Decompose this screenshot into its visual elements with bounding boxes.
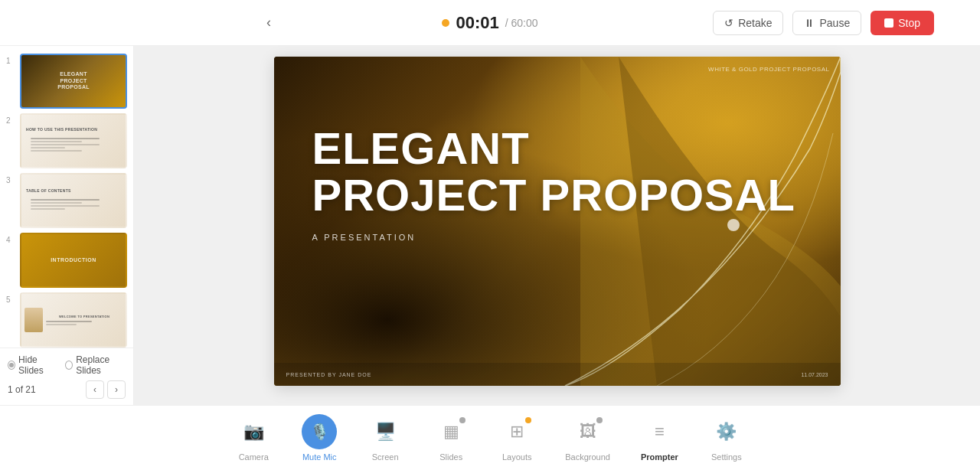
toolbar-screen[interactable]: 🖥️ Screen bbox=[368, 414, 403, 462]
next-slide-button[interactable]: › bbox=[107, 380, 126, 399]
prompter-label: Prompter bbox=[641, 452, 678, 462]
replace-slides-option[interactable]: Replace Slides bbox=[65, 354, 126, 376]
settings-icon: ⚙️ bbox=[716, 422, 737, 442]
slide-top-label: WHITE & GOLD PROJECT PROPOSAL bbox=[708, 66, 829, 73]
retake-button[interactable]: ↺ Retake bbox=[713, 11, 783, 35]
screen-icon: 🖥️ bbox=[375, 422, 396, 442]
slide-thumb-1[interactable]: ELEGANTPROJECTPROPOSAL bbox=[20, 54, 127, 109]
slide-display: WHITE & GOLD PROJECT PROPOSAL ELEGANT PR… bbox=[274, 57, 841, 386]
slide-item-5[interactable]: 5 WELCOME TO PRESENTATION bbox=[6, 292, 127, 348]
slide-number-2: 2 bbox=[6, 116, 15, 125]
slide-item-3[interactable]: 3 TABLE OF CONTENTS bbox=[6, 173, 127, 228]
slide-item-4[interactable]: 4 INTRODUCTION bbox=[6, 233, 127, 288]
timer-display: 00:01 bbox=[456, 13, 498, 33]
stop-icon bbox=[884, 18, 893, 28]
layouts-label: Layouts bbox=[502, 452, 532, 462]
screen-label: Screen bbox=[372, 452, 399, 462]
top-bar: ‹ 00:01 / 60:00 ↺ Retake ⏸ Pause Stop bbox=[0, 0, 980, 46]
slides-badge bbox=[459, 417, 466, 423]
background-label: Background bbox=[565, 452, 610, 462]
slide-thumb-5[interactable]: WELCOME TO PRESENTATION bbox=[20, 292, 127, 348]
center-area: WHITE & GOLD PROJECT PROPOSAL ELEGANT PR… bbox=[134, 46, 980, 405]
background-badge bbox=[596, 417, 603, 423]
hide-slides-label: Hide Slides bbox=[18, 354, 56, 376]
toolbar-settings[interactable]: ⚙️ Settings bbox=[709, 414, 744, 462]
slides-icon: ▦ bbox=[443, 422, 459, 442]
slide-item-2[interactable]: 2 HOW TO USE THIS PRESENTATION bbox=[6, 113, 127, 168]
layouts-icon: ⊞ bbox=[510, 422, 524, 442]
slide-number-4: 4 bbox=[6, 236, 15, 244]
settings-label: Settings bbox=[711, 452, 742, 462]
bottom-toolbar: 📷 Camera 🎙️ Mute Mic 🖥️ Screen ▦ Slides … bbox=[0, 405, 980, 470]
slide-item-1[interactable]: 1 ELEGANTPROJECTPROPOSAL bbox=[6, 54, 127, 109]
slide-number-1: 1 bbox=[6, 57, 15, 65]
mute-mic-label: Mute Mic bbox=[302, 452, 337, 462]
pause-icon: ⏸ bbox=[804, 17, 815, 29]
slide-number-3: 3 bbox=[6, 176, 15, 184]
slides-icon-wrap: ▦ bbox=[433, 414, 469, 449]
retake-icon: ↺ bbox=[724, 17, 733, 29]
mute-mic-icon-wrap: 🎙️ bbox=[302, 414, 337, 449]
background-icon: 🖼 bbox=[580, 422, 596, 442]
page-info: 1 of 21 bbox=[8, 384, 36, 395]
prompter-icon-wrap: ≡ bbox=[642, 414, 677, 449]
timer-dot bbox=[442, 19, 449, 27]
sidebar-footer: Hide Slides Replace Slides 1 of 21 ‹ › bbox=[0, 348, 133, 405]
layouts-badge bbox=[525, 417, 531, 423]
back-button[interactable]: ‹ bbox=[260, 8, 277, 37]
slides-label: Slides bbox=[439, 452, 462, 462]
toolbar-layouts[interactable]: ⊞ Layouts bbox=[499, 414, 534, 462]
slide-5-photo bbox=[24, 308, 43, 332]
slide-title-line2: PROJECT PROPOSAL bbox=[312, 172, 796, 219]
slide-title-block: ELEGANT PROJECT PROPOSAL A PRESENTATION bbox=[312, 126, 796, 242]
sidebar: 1 ELEGANTPROJECTPROPOSAL 2 HOW TO USE TH… bbox=[0, 46, 134, 405]
slide-title-line1: ELEGANT bbox=[312, 126, 796, 172]
hide-slides-option[interactable]: Hide Slides bbox=[8, 354, 56, 376]
mute-mic-icon: 🎙️ bbox=[310, 423, 329, 441]
slide-number-5: 5 bbox=[6, 295, 15, 304]
sidebar-options-row: Hide Slides Replace Slides bbox=[8, 354, 126, 376]
hide-slides-radio[interactable] bbox=[8, 361, 15, 370]
stop-button[interactable]: Stop bbox=[871, 11, 934, 35]
toolbar-prompter[interactable]: ≡ Prompter bbox=[641, 414, 678, 462]
slide-1-title: ELEGANTPROJECTPROPOSAL bbox=[57, 71, 90, 90]
background-icon-wrap: 🖼 bbox=[570, 414, 606, 449]
slide-subtitle: A PRESENTATION bbox=[312, 233, 796, 242]
replace-slides-radio[interactable] bbox=[65, 361, 73, 370]
toolbar-mute-mic[interactable]: 🎙️ Mute Mic bbox=[302, 414, 337, 462]
camera-icon-wrap: 📷 bbox=[236, 414, 271, 449]
slide-main-content: WHITE & GOLD PROJECT PROPOSAL ELEGANT PR… bbox=[274, 57, 841, 386]
toolbar-slides[interactable]: ▦ Slides bbox=[433, 414, 469, 462]
nav-buttons: ‹ › bbox=[86, 380, 126, 399]
pause-button[interactable]: ⏸ Pause bbox=[792, 11, 861, 35]
toolbar-background[interactable]: 🖼 Background bbox=[565, 414, 610, 462]
screen-icon-wrap: 🖥️ bbox=[368, 414, 403, 449]
slide-thumb-4[interactable]: INTRODUCTION bbox=[20, 233, 127, 288]
camera-icon: 📷 bbox=[243, 422, 264, 442]
slide-4-title: INTRODUCTION bbox=[51, 256, 96, 263]
slide-list: 1 ELEGANTPROJECTPROPOSAL 2 HOW TO USE TH… bbox=[0, 46, 133, 348]
replace-slides-label: Replace Slides bbox=[76, 354, 126, 376]
toolbar-camera[interactable]: 📷 Camera bbox=[236, 414, 271, 462]
timer-total: / 60:00 bbox=[505, 17, 538, 29]
prompter-icon: ≡ bbox=[655, 422, 665, 442]
slide-presenter: PRESENTED BY JANE DOE bbox=[286, 372, 372, 377]
sidebar-page-nav: 1 of 21 ‹ › bbox=[8, 380, 126, 399]
top-bar-actions: ↺ Retake ⏸ Pause Stop bbox=[713, 11, 934, 35]
timer-section: 00:01 / 60:00 bbox=[442, 13, 537, 33]
settings-icon-wrap: ⚙️ bbox=[709, 414, 744, 449]
layouts-icon-wrap: ⊞ bbox=[499, 414, 534, 449]
prev-slide-button[interactable]: ‹ bbox=[86, 380, 104, 399]
slide-date: 11.07.2023 bbox=[801, 372, 828, 377]
slide-thumb-3[interactable]: TABLE OF CONTENTS bbox=[20, 173, 127, 228]
slide-bottom-bar: PRESENTED BY JANE DOE 11.07.2023 bbox=[274, 363, 841, 386]
main-content: 1 ELEGANTPROJECTPROPOSAL 2 HOW TO USE TH… bbox=[0, 46, 980, 405]
camera-label: Camera bbox=[239, 452, 269, 462]
slide-thumb-2[interactable]: HOW TO USE THIS PRESENTATION bbox=[20, 113, 127, 168]
